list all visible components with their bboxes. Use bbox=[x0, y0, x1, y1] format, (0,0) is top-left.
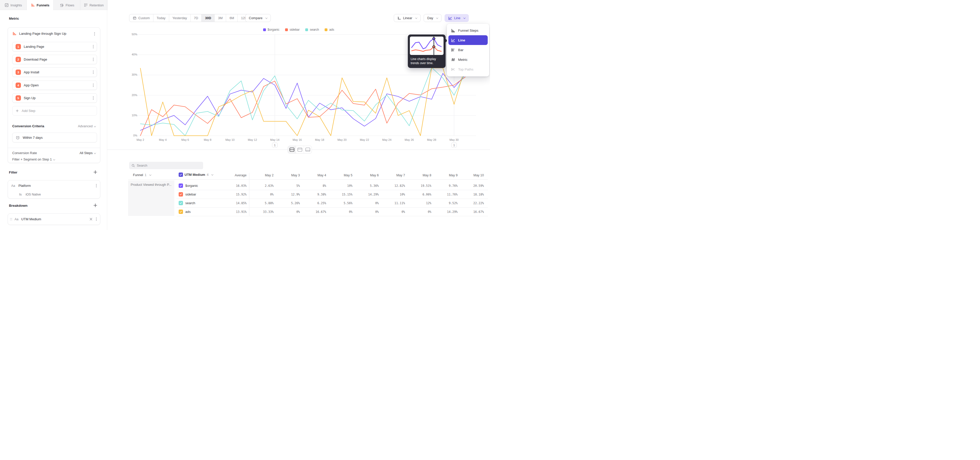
x-axis-tick: May 28 bbox=[423, 138, 441, 141]
module-tabbar: InsightsFunnelsFlowsRetention bbox=[0, 0, 108, 10]
checkbox-checked-icon[interactable] bbox=[179, 184, 183, 188]
conversion-criteria-heading: Conversion Criteria bbox=[12, 124, 78, 128]
table-divider bbox=[128, 179, 488, 180]
funnel-selector[interactable]: Funnel 1 bbox=[133, 173, 151, 177]
x-axis-tick: May 30 bbox=[445, 138, 463, 141]
funnel-menu-kebab-icon[interactable] bbox=[94, 34, 95, 34]
property-type-icon: Aa bbox=[11, 184, 15, 188]
menu-item-top-paths: Top Paths bbox=[449, 64, 488, 74]
filter-property[interactable]: Platform bbox=[18, 184, 96, 188]
layout-toggle-table-view[interactable] bbox=[304, 146, 312, 153]
layout-toggle-chart-view[interactable] bbox=[296, 146, 304, 153]
remove-breakdown-icon[interactable] bbox=[89, 218, 92, 220]
value-cell: 19.51% bbox=[405, 184, 431, 188]
value-cell: 5.36% bbox=[352, 184, 379, 188]
add-filter-button[interactable] bbox=[93, 170, 98, 174]
filter-value[interactable]: iOS Native bbox=[25, 193, 41, 196]
step-kebab-icon[interactable] bbox=[93, 46, 94, 47]
checkbox-checked-icon[interactable] bbox=[179, 192, 183, 196]
filter-kebab-icon[interactable] bbox=[96, 185, 97, 186]
chevron-down-icon bbox=[53, 158, 55, 160]
value-cell: 16.67% bbox=[458, 210, 484, 214]
step-kebab-icon[interactable] bbox=[93, 97, 94, 98]
funnel-step-5[interactable]: 5Sign Up bbox=[12, 93, 97, 103]
x-axis-tick: May 14 bbox=[266, 138, 284, 141]
conversion-window-button[interactable]: Within 7 days bbox=[12, 133, 97, 142]
checkbox-checked-icon[interactable] bbox=[179, 172, 183, 177]
funnel-title[interactable]: Landing Page through Sign Up bbox=[19, 32, 66, 35]
annotation-badge[interactable]: 1 bbox=[272, 142, 278, 147]
series-cell: $organic bbox=[179, 184, 198, 188]
table-row-search: search14.85%5.88%5.26%6.25%5.56%0%11.11%… bbox=[107, 199, 490, 208]
column-header-may-8[interactable]: May 8 bbox=[405, 174, 431, 177]
series-line-organic[interactable] bbox=[140, 73, 465, 130]
checkbox-checked-icon[interactable] bbox=[179, 209, 183, 214]
funnel-step-1[interactable]: 1Landing Page bbox=[12, 42, 97, 51]
y-axis-tick: 50% bbox=[124, 33, 137, 36]
checkbox-checked-icon[interactable] bbox=[179, 201, 183, 205]
step-label: Sign Up bbox=[24, 96, 90, 100]
tab-flows[interactable]: Flows bbox=[54, 0, 80, 10]
tab-retention[interactable]: Retention bbox=[80, 0, 107, 10]
plus-icon bbox=[93, 170, 97, 174]
column-header-may-3[interactable]: May 3 bbox=[274, 174, 300, 177]
add-step-button[interactable]: Add Step bbox=[12, 106, 97, 115]
value-cell: 5% bbox=[274, 184, 300, 188]
series-name: sidebar bbox=[185, 192, 196, 196]
y-axis-tick: 20% bbox=[124, 94, 137, 97]
menu-item-label: Top Paths bbox=[458, 67, 473, 71]
funnel-step-4[interactable]: 4App Open bbox=[12, 80, 97, 90]
series-cell: ads bbox=[179, 209, 191, 214]
annotation-badge[interactable]: 1 bbox=[451, 142, 457, 147]
menu-item-line[interactable]: Line bbox=[449, 35, 488, 45]
x-axis-tick: May 18 bbox=[310, 138, 328, 141]
tab-funnels[interactable]: Funnels bbox=[27, 0, 54, 10]
property-type-icon: Aa bbox=[14, 217, 18, 221]
series-name: $organic bbox=[185, 184, 198, 188]
column-header-may-5[interactable]: May 5 bbox=[326, 174, 352, 177]
series-name: ads bbox=[185, 210, 191, 214]
menu-item-metric[interactable]: Metric bbox=[449, 55, 488, 64]
x-axis-tick: May 22 bbox=[355, 138, 373, 141]
filter-card[interactable]: Aa Platform Is iOS Native bbox=[8, 180, 100, 198]
column-header-may-6[interactable]: May 6 bbox=[352, 174, 379, 177]
column-header-average[interactable]: Average bbox=[220, 174, 247, 177]
value-cell: 15.15% bbox=[326, 193, 352, 196]
retention-icon bbox=[84, 3, 88, 7]
column-header-may-10[interactable]: May 10 bbox=[458, 174, 484, 177]
add-step-label: Add Step bbox=[22, 109, 35, 113]
step-kebab-icon[interactable] bbox=[93, 72, 94, 73]
menu-item-funnel-steps[interactable]: Funnel Steps bbox=[449, 26, 488, 35]
conversion-rate-steps-dropdown[interactable]: All Steps bbox=[80, 151, 96, 155]
column-header-may-4[interactable]: May 4 bbox=[300, 174, 326, 177]
menu-item-bar[interactable]: Bar bbox=[449, 45, 488, 55]
value-cell: 11.76% bbox=[431, 193, 458, 196]
series-line-search[interactable] bbox=[140, 67, 465, 136]
funnel-step-3[interactable]: 3App Install bbox=[12, 67, 97, 77]
step-label: Download Page bbox=[24, 58, 90, 61]
step-kebab-icon[interactable] bbox=[93, 59, 94, 60]
column-header-may-2[interactable]: May 2 bbox=[247, 174, 274, 177]
breakdown-property[interactable]: UTM Medium bbox=[21, 217, 89, 221]
column-header-may-7[interactable]: May 7 bbox=[379, 174, 405, 177]
search-input[interactable] bbox=[137, 164, 201, 168]
breakdown-card[interactable]: Aa UTM Medium bbox=[8, 213, 100, 225]
funnel-step-2[interactable]: 2Download Page bbox=[12, 55, 97, 64]
value-cell: 0% bbox=[247, 193, 274, 196]
query-sidebar: Metric Landing Page through Sign Up 1Lan… bbox=[0, 10, 107, 230]
filter-segment-dropdown[interactable]: Filter + Segment on Step 1 bbox=[12, 157, 55, 161]
tab-insights[interactable]: Insights bbox=[0, 0, 27, 10]
filter-operator[interactable]: Is bbox=[19, 193, 22, 196]
value-cell: 9.76% bbox=[431, 184, 458, 188]
step-kebab-icon[interactable] bbox=[93, 85, 94, 86]
column-header-may-9[interactable]: May 9 bbox=[431, 174, 458, 177]
advanced-dropdown[interactable]: Advanced bbox=[78, 124, 96, 128]
layout-toggle-split-view[interactable] bbox=[288, 146, 296, 153]
series-line-ads[interactable] bbox=[140, 67, 465, 136]
breakdown-column-selector[interactable]: UTM Medium 4 bbox=[179, 172, 213, 177]
value-cell: 10% bbox=[326, 184, 352, 188]
drag-handle-icon[interactable] bbox=[10, 218, 12, 220]
breakdown-kebab-icon[interactable] bbox=[96, 219, 97, 219]
add-breakdown-button[interactable] bbox=[93, 203, 98, 208]
y-axis-tick: 10% bbox=[124, 114, 137, 117]
